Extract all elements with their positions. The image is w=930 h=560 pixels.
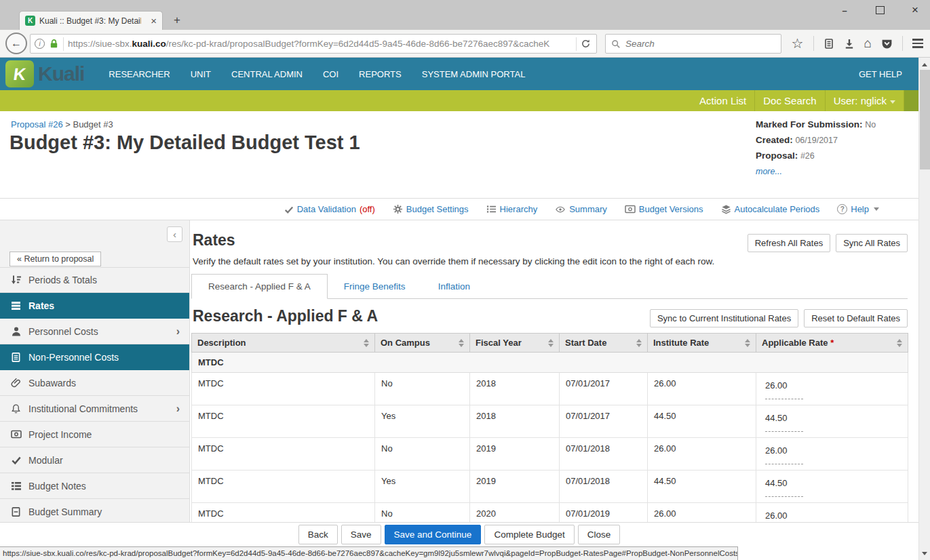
get-help-link[interactable]: GET HELP bbox=[859, 69, 902, 79]
col-applicable-rate[interactable]: Applicable Rate * bbox=[756, 334, 908, 353]
reload-icon[interactable] bbox=[581, 39, 591, 49]
kuali-logo-icon[interactable] bbox=[5, 60, 34, 87]
nav-researcher[interactable]: RESEARCHER bbox=[109, 69, 170, 79]
nav-system-admin-portal[interactable]: SYSTEM ADMIN PORTAL bbox=[422, 69, 526, 79]
browser-tab[interactable]: Kuali :: Budget #3: My Detail bbox=[19, 11, 163, 30]
action-list-link[interactable]: Action List bbox=[691, 90, 754, 111]
help-menu[interactable]: Help bbox=[837, 204, 879, 214]
autocalculate-periods-link[interactable]: Autocalculate Periods bbox=[721, 204, 820, 214]
search-input[interactable] bbox=[625, 39, 775, 49]
brand-name: Kuali bbox=[38, 62, 84, 85]
applicable-rate-field[interactable]: 44.50 bbox=[765, 413, 803, 432]
sidebar-item-budget-notes[interactable]: Budget Notes bbox=[0, 473, 189, 499]
close-button[interactable]: Close bbox=[578, 525, 621, 544]
budget-meta: Marked For Submission: No Created: 06/19… bbox=[756, 119, 898, 181]
refresh-all-rates-button[interactable]: Refresh All Rates bbox=[748, 234, 830, 252]
sidebar-collapse-icon[interactable] bbox=[167, 226, 182, 242]
check-icon bbox=[284, 205, 294, 214]
section-heading: Research - Applied F & A bbox=[193, 307, 378, 325]
reset-default-rates-button[interactable]: Reset to Default Rates bbox=[804, 309, 908, 327]
data-validation-link[interactable]: Data Validation (off) bbox=[284, 204, 375, 214]
user-menu[interactable]: User: nglick bbox=[825, 90, 904, 111]
sidebar-item-modular[interactable]: Modular bbox=[0, 447, 189, 473]
sidebar-item-budget-summary[interactable]: Budget Summary bbox=[0, 499, 189, 525]
nav-unit[interactable]: UNIT bbox=[191, 69, 211, 79]
pocket-icon[interactable] bbox=[881, 38, 893, 49]
action-bar: Action List Doc Search User: nglick bbox=[0, 90, 918, 111]
home-icon[interactable] bbox=[864, 36, 872, 51]
nav-reports[interactable]: REPORTS bbox=[359, 69, 402, 79]
nav-central-admin[interactable]: CENTRAL ADMIN bbox=[231, 69, 303, 79]
tab-inflation[interactable]: Inflation bbox=[422, 275, 486, 298]
sidebar-item-periods-totals[interactable]: Periods & Totals bbox=[0, 267, 189, 293]
new-tab-button[interactable] bbox=[168, 14, 186, 28]
sort-icon[interactable] bbox=[459, 339, 464, 347]
sync-institutional-rates-button[interactable]: Sync to Current Institutional Rates bbox=[650, 309, 798, 327]
return-to-proposal-button[interactable]: « Return to proposal bbox=[9, 252, 101, 266]
sidebar-item-rates[interactable]: Rates bbox=[0, 293, 189, 319]
save-button[interactable]: Save bbox=[341, 525, 381, 544]
hierarchy-link[interactable]: Hierarchy bbox=[486, 204, 538, 214]
applicable-rate-field[interactable]: 44.50 bbox=[765, 478, 803, 497]
bookmark-star-icon[interactable] bbox=[792, 36, 804, 51]
scroll-up-icon[interactable] bbox=[919, 59, 930, 70]
tab-research-applied-fa[interactable]: Research - Applied F & A bbox=[191, 274, 328, 299]
list-icon bbox=[486, 204, 497, 214]
window-close-button[interactable] bbox=[906, 3, 925, 18]
maximize-button[interactable] bbox=[870, 3, 889, 18]
sidebar-item-non-personnel-costs[interactable]: Non-Personnel Costs bbox=[0, 344, 189, 370]
budget-settings-link[interactable]: Budget Settings bbox=[393, 204, 469, 214]
search-box[interactable] bbox=[605, 34, 781, 54]
sidebar-item-personnel-costs[interactable]: Personnel Costs bbox=[0, 319, 189, 344]
table-row: MTDC No 2019 07/01/2018 26.00 26.00 bbox=[192, 438, 908, 471]
sort-icon[interactable] bbox=[636, 339, 642, 347]
sort-icon[interactable] bbox=[364, 339, 369, 347]
back-button-footer[interactable]: Back bbox=[298, 525, 338, 544]
back-button[interactable] bbox=[5, 33, 27, 54]
col-start-date[interactable]: Start Date bbox=[560, 334, 648, 353]
col-description[interactable]: Description bbox=[192, 334, 375, 353]
complete-budget-button[interactable]: Complete Budget bbox=[484, 525, 574, 544]
toolbar-icons bbox=[792, 36, 930, 51]
search-icon bbox=[611, 39, 621, 49]
chevron-right-icon bbox=[176, 403, 180, 415]
col-fiscal-year[interactable]: Fiscal Year bbox=[470, 334, 560, 353]
menu-hamburger-icon[interactable] bbox=[912, 39, 923, 48]
kuali-favicon-icon bbox=[25, 16, 35, 26]
sidebar-item-project-income[interactable]: Project Income bbox=[0, 422, 189, 447]
applicable-rate-field[interactable]: 26.00 bbox=[765, 445, 803, 464]
sidebar-item-institutional-commitments[interactable]: Institutional Commitments bbox=[0, 396, 189, 422]
bookmarks-list-icon[interactable] bbox=[824, 38, 834, 49]
required-marker: * bbox=[830, 338, 834, 348]
minimize-button[interactable] bbox=[835, 3, 854, 18]
applicable-rate-field[interactable]: 26.00 bbox=[765, 380, 803, 399]
toolbar-divider bbox=[902, 36, 903, 51]
scroll-down-icon[interactable] bbox=[919, 548, 930, 559]
sidebar-item-subawards[interactable]: Subawards bbox=[0, 370, 189, 396]
breadcrumb-proposal-link[interactable]: Proposal #26 bbox=[11, 119, 63, 129]
budget-versions-link[interactable]: Budget Versions bbox=[625, 204, 703, 214]
page-title: Budget #3: My Detailed Budget Test 1 bbox=[9, 132, 360, 154]
chevron-down-icon bbox=[890, 100, 895, 104]
tab-close-icon[interactable] bbox=[151, 16, 157, 26]
summary-link[interactable]: Summary bbox=[555, 204, 607, 214]
tab-fringe-benefits[interactable]: Fringe Benefits bbox=[328, 275, 422, 298]
site-info-icon[interactable] bbox=[35, 39, 45, 49]
doc-search-link[interactable]: Doc Search bbox=[754, 90, 824, 111]
page-scrollbar[interactable] bbox=[918, 58, 930, 560]
col-institute-rate[interactable]: Institute Rate bbox=[648, 334, 756, 353]
downloads-icon[interactable] bbox=[844, 38, 855, 49]
sort-icon[interactable] bbox=[548, 339, 554, 347]
bars-icon bbox=[10, 301, 22, 311]
save-and-continue-button[interactable]: Save and Continue bbox=[385, 525, 482, 544]
sort-icon[interactable] bbox=[897, 339, 902, 347]
scrollbar-thumb[interactable] bbox=[920, 70, 930, 169]
more-link[interactable]: more... bbox=[756, 167, 782, 176]
sort-icon[interactable] bbox=[745, 339, 750, 347]
url-bar[interactable]: https://siue-sbx.kuali.co/res/kc-pd-krad… bbox=[30, 34, 597, 54]
rates-table: Description On Campus Fiscal Year Start … bbox=[191, 333, 908, 536]
nav-coi[interactable]: COI bbox=[323, 69, 338, 79]
sync-all-rates-button[interactable]: Sync All Rates bbox=[836, 234, 908, 252]
meta-value: 06/19/2017 bbox=[795, 136, 838, 145]
col-on-campus[interactable]: On Campus bbox=[375, 334, 470, 353]
